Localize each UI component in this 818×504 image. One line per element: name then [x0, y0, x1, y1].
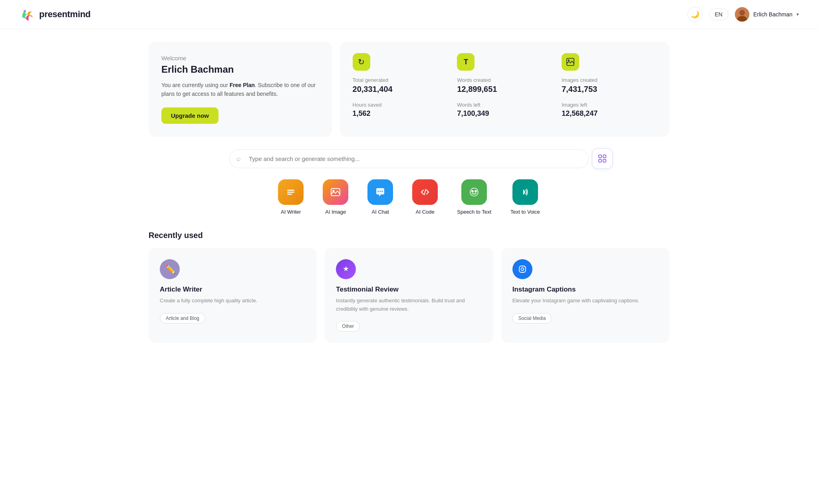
svg-point-25 — [524, 266, 525, 267]
tools-row: AI Writer AI Image — [149, 179, 669, 215]
recently-used-title: Recently used — [149, 231, 669, 240]
svg-rect-11 — [287, 192, 294, 193]
svg-marker-22 — [523, 189, 525, 195]
stat-label-hours: Hours saved — [353, 102, 448, 108]
language-label: EN — [715, 11, 723, 18]
testimonial-tag: Other — [336, 321, 360, 331]
chevron-down-icon: ▾ — [796, 12, 799, 17]
svg-point-21 — [475, 190, 477, 192]
ai-image-icon — [323, 179, 348, 205]
speech-to-text-icon — [461, 179, 487, 205]
welcome-name: Erlich Bachman — [161, 64, 319, 75]
stat-images: Images created 7,431,753 Images left 12,… — [562, 53, 657, 125]
svg-point-0 — [24, 10, 26, 12]
tool-ai-chat[interactable]: AI Chat — [367, 179, 393, 215]
svg-line-18 — [424, 189, 426, 195]
ai-code-label: AI Code — [416, 209, 435, 215]
language-button[interactable]: EN — [709, 8, 729, 20]
tool-speech-to-text[interactable]: Speech to Text — [457, 179, 491, 215]
main-content: Welcome Erlich Bachman You are currently… — [129, 29, 689, 355]
search-input[interactable] — [229, 149, 589, 168]
recently-used-section: Recently used ✏️ Article Writer Create a… — [149, 231, 669, 343]
tool-text-to-voice[interactable]: Text to Voice — [510, 179, 540, 215]
plan-name: Free Plan — [230, 82, 255, 88]
image-icon — [562, 53, 579, 71]
logo-text: presentmind — [39, 9, 91, 20]
tool-ai-code[interactable]: AI Code — [412, 179, 438, 215]
moon-icon: 🌙 — [691, 10, 699, 19]
instagram-captions-icon — [512, 259, 532, 279]
stats-card: ↻ Total generated 20,331,404 Hours saved… — [340, 42, 669, 137]
article-writer-desc: Create a fully complete high quality art… — [160, 297, 306, 305]
svg-point-17 — [382, 190, 383, 192]
svg-point-15 — [378, 190, 379, 192]
testimonial-title: Testimonial Review — [336, 286, 482, 294]
speech-to-text-label: Speech to Text — [457, 209, 491, 215]
text-icon: T — [457, 53, 475, 71]
welcome-card: Welcome Erlich Bachman You are currently… — [149, 42, 332, 137]
stat-value-total: 20,331,404 — [353, 85, 448, 94]
svg-point-20 — [471, 190, 474, 192]
svg-rect-7 — [603, 155, 606, 158]
ai-writer-icon — [278, 179, 304, 205]
logo-icon — [19, 6, 35, 22]
ai-chat-label: AI Chat — [372, 209, 389, 215]
instagram-tag: Social Media — [512, 313, 552, 323]
stat-label-total: Total generated — [353, 77, 448, 83]
ai-code-icon — [412, 179, 438, 205]
dark-mode-button[interactable]: 🌙 — [687, 7, 703, 22]
grid-view-button[interactable] — [592, 148, 613, 169]
article-writer-icon: ✏️ — [160, 259, 180, 279]
article-writer-tag: Article and Blog — [160, 313, 205, 323]
top-row: Welcome Erlich Bachman You are currently… — [149, 42, 669, 137]
tool-ai-writer[interactable]: AI Writer — [278, 179, 304, 215]
card-testimonial-review[interactable]: Testimonial Review Instantly generate au… — [325, 248, 493, 343]
search-icon: ⌕ — [236, 155, 241, 163]
instagram-title: Instagram Captions — [512, 286, 658, 294]
text-to-voice-icon — [512, 179, 538, 205]
svg-rect-6 — [599, 155, 602, 158]
stat-value-images-left: 12,568,247 — [562, 109, 657, 118]
avatar — [735, 7, 749, 22]
user-menu[interactable]: Erlich Bachman ▾ — [735, 7, 799, 22]
svg-point-2 — [739, 10, 745, 16]
card-article-writer[interactable]: ✏️ Article Writer Create a fully complet… — [149, 248, 317, 343]
stat-value-words-left: 7,100,349 — [457, 109, 552, 118]
search-section: ⌕ — [149, 149, 669, 168]
upgrade-button[interactable]: Upgrade now — [161, 107, 218, 124]
logo: presentmind — [19, 6, 91, 22]
ai-writer-label: AI Writer — [281, 209, 301, 215]
stat-value-words-created: 12,899,651 — [457, 85, 552, 94]
search-input-wrap: ⌕ — [229, 149, 589, 168]
stat-label-words-created: Words created — [457, 77, 552, 83]
svg-point-24 — [521, 268, 524, 270]
header-right: 🌙 EN Erlich Bachman ▾ — [687, 7, 799, 22]
card-instagram-captions[interactable]: Instagram Captions Elevate your Instagra… — [501, 248, 669, 343]
recently-used-cards: ✏️ Article Writer Create a fully complet… — [149, 248, 669, 343]
tool-ai-image[interactable]: AI Image — [323, 179, 348, 215]
header: presentmind 🌙 EN Erlich Bachman ▾ — [0, 0, 818, 29]
svg-point-19 — [470, 188, 478, 196]
svg-point-16 — [380, 190, 381, 192]
testimonial-desc: Instantly generate authentic testimonial… — [336, 297, 482, 314]
refresh-icon: ↻ — [353, 53, 370, 71]
svg-rect-12 — [287, 194, 292, 195]
ai-chat-icon — [367, 179, 393, 205]
stat-total-generated: ↻ Total generated 20,331,404 Hours saved… — [353, 53, 448, 125]
desc-prefix: You are currently using our — [161, 82, 230, 88]
avatar-image — [735, 7, 749, 22]
instagram-desc: Elevate your Instagram game with captiva… — [512, 297, 658, 305]
svg-rect-9 — [603, 159, 606, 162]
stat-label-images-left: Images left — [562, 102, 657, 108]
svg-point-5 — [568, 60, 570, 61]
svg-rect-10 — [287, 190, 294, 191]
svg-rect-8 — [599, 159, 602, 162]
stat-value-images-created: 7,431,753 — [562, 85, 657, 94]
stat-label-images-created: Images created — [562, 77, 657, 83]
testimonial-review-icon — [336, 259, 356, 279]
text-to-voice-label: Text to Voice — [510, 209, 540, 215]
stat-label-words-left: Words left — [457, 102, 552, 108]
user-name: Erlich Bachman — [753, 11, 792, 18]
welcome-label: Welcome — [161, 55, 319, 62]
stat-words: T Words created 12,899,651 Words left 7,… — [457, 53, 552, 125]
